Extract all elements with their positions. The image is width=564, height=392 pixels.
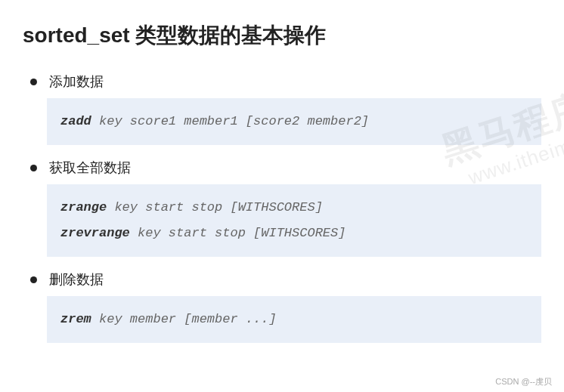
section-header: 添加数据 (23, 73, 541, 91)
code-cmd: zrange (60, 200, 107, 215)
page-title: sorted_set 类型数据的基本操作 (23, 21, 541, 50)
bullet-icon (30, 165, 37, 171)
code-line: zadd key score1 member1 [score2 member2] (60, 109, 528, 134)
code-args: key member [member ...] (91, 312, 277, 326)
section-label: 获取全部数据 (49, 159, 131, 177)
bullet-icon (30, 79, 37, 85)
code-args: key start stop [WITHSCORES] (130, 226, 346, 240)
section-header: 删除数据 (23, 270, 541, 289)
code-line: zrange key start stop [WITHSCORES] (60, 195, 528, 221)
section-header: 获取全部数据 (23, 159, 541, 177)
bullet-icon (30, 276, 37, 283)
code-line: zrem key member [member ...] (60, 307, 528, 332)
section-add: 添加数据 zadd key score1 member1 [score2 mem… (23, 73, 541, 145)
code-args: key score1 member1 [score2 member2] (91, 114, 369, 128)
code-cmd: zrem (60, 312, 91, 326)
code-block: zadd key score1 member1 [score2 member2] (47, 98, 541, 145)
section-get: 获取全部数据 zrange key start stop [WITHSCORES… (23, 159, 541, 257)
code-line: zrevrange key start stop [WITHSCORES] (60, 221, 528, 246)
section-label: 添加数据 (49, 73, 104, 91)
code-cmd: zrevrange (60, 226, 130, 240)
section-label: 删除数据 (49, 270, 104, 289)
section-remove: 删除数据 zrem key member [member ...] (23, 270, 541, 343)
code-block: zrange key start stop [WITHSCORES] zrevr… (47, 184, 541, 257)
code-block: zrem key member [member ...] (47, 296, 541, 343)
footer-credit: CSDN @--虔贝 (495, 376, 552, 387)
code-args: key start stop [WITHSCORES] (107, 200, 323, 215)
code-cmd: zadd (60, 114, 91, 128)
